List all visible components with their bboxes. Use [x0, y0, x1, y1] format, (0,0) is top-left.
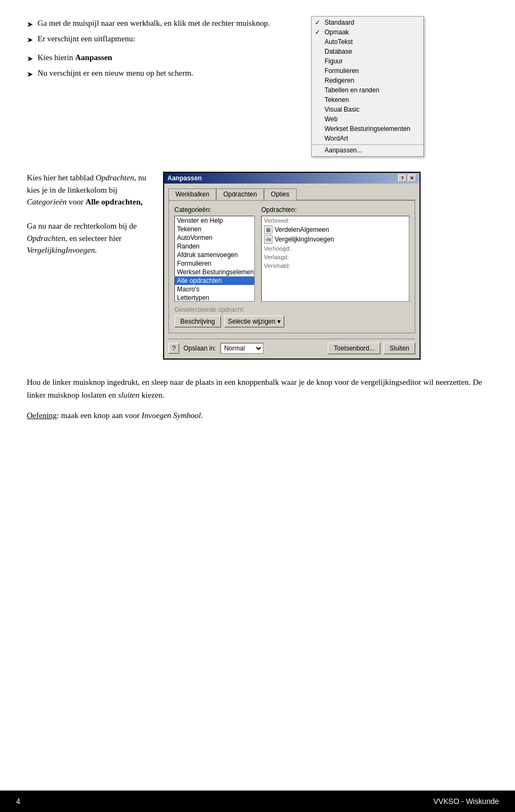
section1-text: ➤ Ga met de muispijl naar een werkbalk, …: [27, 16, 295, 157]
bullet-1: ➤ Ga met de muispijl naar een werkbalk, …: [27, 19, 295, 29]
cat-macros[interactable]: Macro's: [175, 285, 254, 294]
dialog-tabs: Werkbalken Opdrachten Opties: [168, 188, 415, 200]
bullet-4-text: Nu verschijnt er een nieuw menu op het s…: [38, 69, 193, 78]
cat-werkset[interactable]: Werkset Besturingselementen: [175, 268, 254, 276]
context-menu-item-web[interactable]: Web: [312, 114, 423, 124]
categories-listbox[interactable]: Venster en Help Tekenen AutoVormen Rande…: [174, 216, 255, 302]
dialog-body: Werkbalken Opdrachten Opties Categorieën…: [164, 184, 420, 359]
commands-listbox[interactable]: Verbreed: ⊞ VerdelenAlgemeen √α Vergelij…: [261, 216, 409, 302]
context-menu-item-formulieren[interactable]: Formulieren: [312, 66, 423, 76]
context-menu-item-wordart[interactable]: WordArt: [312, 134, 423, 143]
cat-venster[interactable]: Venster en Help: [175, 216, 254, 225]
categories-col: Categorieën: Venster en Help Tekenen Aut…: [174, 206, 255, 302]
bullet-2: ➤ Er verschijnt een uitflapmenu:: [27, 34, 295, 45]
section3-text: Hou de linker muisknop ingedrukt, en sle…: [27, 376, 488, 422]
cmd-verbreed-label: Verbreed:: [262, 216, 409, 225]
context-menu: Standaard Opmaak AutoTekst Database Figu…: [311, 16, 424, 157]
context-menu-item-tabellen[interactable]: Tabellen en randen: [312, 85, 423, 95]
bullet-3: ➤ Kies hierin Aanpassen: [27, 53, 295, 63]
categories-label: Categorieën:: [174, 206, 255, 214]
context-menu-item-autotekst[interactable]: AutoTekst: [312, 37, 423, 47]
dialog-help-titlebar-btn[interactable]: ?: [398, 174, 407, 182]
selectie-wijzigen-label: Selectie wijzigen ▾: [228, 318, 281, 325]
dialog-titlebar: Aanpassen ? ✕: [164, 173, 420, 184]
footer-page-number: 4: [16, 797, 20, 806]
footer: 4 VVKSO - Wiskunde: [0, 791, 515, 812]
bullet-4: ➤ Nu verschijnt er een nieuw menu op het…: [27, 69, 295, 79]
vergelijking-icon: √α: [264, 235, 273, 244]
dialog-close-btn[interactable]: ✕: [408, 174, 416, 182]
context-menu-item-aanpassen[interactable]: Aanpassen...: [312, 144, 423, 155]
bullet-arrow-4: ➤: [27, 70, 33, 79]
section2-paragraph: Kies hier het tabblad Opdrachten, nu kie…: [27, 172, 150, 257]
selectie-wijzigen-button[interactable]: Selectie wijzigen ▾: [224, 316, 284, 327]
toetsenbord-button[interactable]: Toetsenbord...: [328, 342, 380, 354]
cat-lettertypen[interactable]: Lettertypen: [175, 294, 254, 302]
cat-alle-opdrachten[interactable]: Alle opdrachten: [175, 276, 254, 285]
cmd-verlaagd-label: Verlaagd:: [262, 253, 409, 261]
tab-opties[interactable]: Opties: [264, 188, 297, 200]
dialog-two-cols: Categorieën: Venster en Help Tekenen Aut…: [174, 206, 409, 302]
footer-title: VVKSO - Wiskunde: [433, 797, 499, 806]
context-menu-item-database[interactable]: Database: [312, 47, 423, 56]
cat-afdruk[interactable]: Afdruk samenvoegen: [175, 251, 254, 259]
selected-cmd-area: Geselecteerde opdracht: Beschrijving Sel…: [174, 306, 409, 327]
opslaan-label: Opslaan in:: [183, 345, 216, 352]
dialog-bottom-left: ? Opslaan in: Normal: [168, 343, 263, 354]
cat-randen[interactable]: Randen: [175, 242, 254, 251]
cat-tekenen[interactable]: Tekenen: [175, 225, 254, 233]
tab-werkbalken[interactable]: Werkbalken: [168, 188, 216, 200]
dialog-bottom-row: ? Opslaan in: Normal Toetsenbord... Slui…: [168, 339, 415, 354]
cmd-verdelen-text: VerdelenAlgemeen: [275, 226, 329, 233]
cmd-verhoogd-label: Verhoogd:: [262, 244, 409, 253]
dialog-help-button[interactable]: ?: [168, 343, 179, 354]
sluiten-button[interactable]: Sluiten: [384, 342, 415, 354]
aanpassen-dialog: Aanpassen ? ✕ Werkbalken Opdrachten Opti…: [163, 172, 421, 360]
section3-paragraph1: Hou de linker muisknop ingedrukt, en sle…: [27, 376, 488, 401]
dialog-titlebar-buttons: ? ✕: [398, 174, 416, 182]
cat-formulieren[interactable]: Formulieren: [175, 259, 254, 268]
dialog-area: Aanpassen ? ✕ Werkbalken Opdrachten Opti…: [163, 172, 488, 360]
commands-label: Opdrachten:: [261, 206, 409, 214]
selected-cmd-buttons: Beschrijving Selectie wijzigen ▾: [174, 316, 409, 327]
bullet-arrow-2: ➤: [27, 35, 33, 45]
commands-col: Opdrachten: Verbreed: ⊞ VerdelenAlgemeen…: [261, 206, 409, 302]
cmd-verdelen[interactable]: ⊞ VerdelenAlgemeen: [262, 225, 409, 235]
context-menu-item-werkset[interactable]: Werkset Besturingselementen: [312, 124, 423, 134]
bullet-1-text: Ga met de muispijl naar een werkbalk, en…: [38, 19, 270, 28]
bullet-arrow-1: ➤: [27, 20, 33, 29]
dialog-title: Aanpassen: [167, 174, 202, 182]
context-menu-item-figuur[interactable]: Figuur: [312, 56, 423, 66]
tab-opdrachten[interactable]: Opdrachten: [216, 188, 264, 200]
cmd-versmald-label: Versmald:: [262, 261, 409, 270]
context-menu-item-visualbasic[interactable]: Visual Basic: [312, 105, 423, 114]
context-menu-item-tekenen[interactable]: Tekenen: [312, 95, 423, 105]
section2-text: Kies hier het tabblad Opdrachten, nu kie…: [27, 172, 150, 257]
dialog-content: Categorieën: Venster en Help Tekenen Aut…: [168, 200, 415, 333]
context-menu-area: Standaard Opmaak AutoTekst Database Figu…: [311, 16, 488, 157]
context-menu-item-redigeren[interactable]: Redigeren: [312, 76, 423, 85]
cmd-vergelijking[interactable]: √α VergelijkingInvoegen: [262, 235, 409, 244]
context-menu-item-standaard[interactable]: Standaard: [312, 18, 423, 27]
section3-paragraph2: Oefening: maak een knop aan voor Invoege…: [27, 409, 488, 422]
context-menu-item-opmaak[interactable]: Opmaak: [312, 27, 423, 37]
beschrijving-button[interactable]: Beschrijving: [174, 316, 221, 327]
bullet-arrow-3: ➤: [27, 54, 33, 63]
verdelen-icon: ⊞: [264, 225, 273, 234]
bullet-3-text: Kies hierin Aanpassen: [38, 53, 112, 62]
cat-autovormen[interactable]: AutoVormen: [175, 233, 254, 242]
cmd-vergelijking-text: VergelijkingInvoegen: [275, 236, 334, 243]
dialog-bottom-right: Toetsenbord... Sluiten: [328, 342, 415, 354]
bullet-2-text: Er verschijnt een uitflapmenu:: [38, 34, 135, 43]
selected-cmd-label: Geselecteerde opdracht:: [174, 306, 409, 313]
opslaan-select[interactable]: Normal: [220, 343, 263, 354]
